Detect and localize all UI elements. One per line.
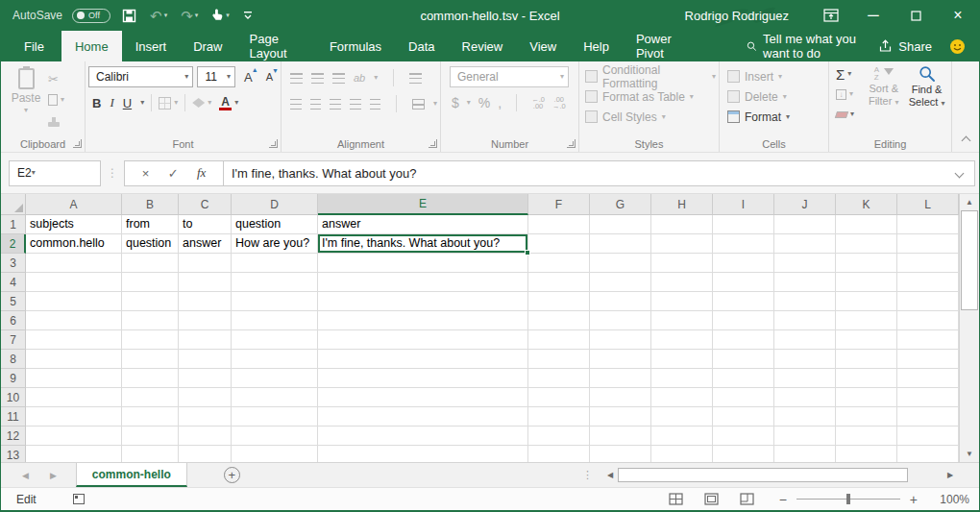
cell-K9[interactable] [836, 369, 897, 388]
cell-G7[interactable] [590, 330, 651, 350]
find-select-button[interactable]: Find &Select ▾ [905, 65, 948, 136]
cell-E1[interactable]: answer [318, 215, 528, 234]
cell-F6[interactable] [528, 311, 590, 330]
autosave-toggle[interactable]: Off [72, 9, 110, 23]
cell-D12[interactable] [232, 427, 318, 446]
bottom-align-button[interactable] [332, 73, 345, 84]
cell-J8[interactable] [774, 350, 836, 369]
cell-H4[interactable] [651, 273, 713, 292]
tab-review[interactable]: Review [449, 31, 517, 61]
cell-L4[interactable] [897, 273, 959, 292]
cell-K10[interactable] [836, 388, 897, 407]
tell-me-box[interactable]: Tell me what you want to do [747, 31, 879, 61]
cell-J2[interactable] [774, 234, 836, 254]
cell-B1[interactable]: from [122, 215, 179, 234]
row-header-6[interactable]: 6 [1, 311, 26, 330]
save-button[interactable] [120, 4, 138, 27]
cell-H8[interactable] [651, 350, 713, 369]
zoom-in-button[interactable]: + [910, 492, 918, 507]
column-header-L[interactable]: L [897, 194, 959, 215]
cell-I6[interactable] [713, 311, 774, 330]
insert-function-button[interactable]: fx [197, 165, 206, 181]
row-header-7[interactable]: 7 [1, 330, 26, 350]
cell-J3[interactable] [774, 254, 836, 273]
cell-L2[interactable] [897, 234, 959, 254]
previous-sheet-icon[interactable]: ◀ [22, 471, 29, 480]
cell-G6[interactable] [590, 311, 651, 330]
cell-C7[interactable] [179, 330, 232, 350]
cell-H1[interactable] [651, 215, 713, 234]
cell-J7[interactable] [774, 330, 836, 350]
cell-I3[interactable] [713, 254, 774, 273]
confirm-entry-button[interactable]: ✓ [168, 166, 179, 181]
zoom-out-button[interactable]: − [779, 492, 787, 507]
align-left-button[interactable] [290, 99, 302, 110]
column-header-F[interactable]: F [528, 194, 590, 215]
cell-K7[interactable] [836, 330, 897, 350]
cell-L7[interactable] [897, 330, 959, 350]
feedback-button[interactable] [949, 31, 966, 61]
cell-L13[interactable] [897, 446, 959, 462]
tab-scroll-divider-dots[interactable]: ⋮ [582, 469, 593, 481]
column-header-B[interactable]: B [122, 194, 179, 215]
cell-F13[interactable] [528, 446, 590, 462]
cell-D13[interactable] [232, 446, 318, 462]
redo-button[interactable]: ↷ ▾ [179, 4, 200, 27]
cell-J1[interactable] [774, 215, 836, 234]
cell-I5[interactable] [713, 292, 774, 311]
cell-B4[interactable] [122, 273, 179, 292]
select-all-corner[interactable] [1, 194, 26, 215]
cell-C5[interactable] [179, 292, 232, 311]
cell-F9[interactable] [528, 369, 590, 388]
cell-A13[interactable] [26, 446, 122, 462]
cell-C3[interactable] [179, 254, 232, 273]
cell-K4[interactable] [836, 273, 897, 292]
tab-view[interactable]: View [516, 31, 570, 61]
cell-G10[interactable] [590, 388, 651, 407]
font-color-button[interactable]: A [219, 96, 232, 110]
cell-E7[interactable] [318, 330, 528, 350]
center-button[interactable] [310, 99, 322, 110]
cell-C13[interactable] [179, 446, 232, 462]
cell-D4[interactable] [232, 273, 318, 292]
borders-button[interactable] [159, 97, 171, 110]
cell-J9[interactable] [774, 369, 836, 388]
cell-L5[interactable] [897, 292, 959, 311]
cell-A9[interactable] [26, 369, 122, 388]
format-cells-button[interactable]: Format ▾ [727, 107, 825, 127]
cell-J12[interactable] [774, 427, 836, 446]
row-header-11[interactable]: 11 [1, 407, 26, 427]
cell-I4[interactable] [713, 273, 774, 292]
cell-F1[interactable] [528, 215, 590, 234]
cell-G4[interactable] [590, 273, 651, 292]
tab-page-layout[interactable]: Page Layout [236, 31, 316, 61]
cell-G11[interactable] [590, 407, 651, 427]
cell-A5[interactable] [26, 292, 122, 311]
orientation-button[interactable]: ab [354, 72, 365, 84]
name-box[interactable]: E2 ▾ [9, 160, 101, 186]
minimize-button[interactable]: ─ [852, 0, 894, 31]
cell-E10[interactable] [318, 388, 528, 407]
cell-A11[interactable] [26, 407, 122, 427]
column-header-I[interactable]: I [713, 194, 774, 215]
column-header-K[interactable]: K [836, 194, 897, 215]
tab-insert[interactable]: Insert [122, 31, 181, 61]
cell-H13[interactable] [651, 446, 713, 462]
touch-mouse-mode-button[interactable]: ▾ [209, 4, 232, 27]
page-layout-view-icon[interactable] [704, 493, 719, 505]
cell-L11[interactable] [897, 407, 959, 427]
cell-I10[interactable] [713, 388, 774, 407]
undo-button[interactable]: ↶ ▾ [148, 4, 169, 27]
scroll-right-icon[interactable]: ▶ [943, 467, 958, 483]
cancel-entry-button[interactable]: × [142, 166, 150, 181]
close-button[interactable]: × [937, 0, 979, 31]
scroll-left-icon[interactable]: ◀ [602, 467, 618, 483]
cell-K1[interactable] [836, 215, 897, 234]
cell-styles-button[interactable]: Cell Styles ▾ [585, 107, 716, 127]
row-header-1[interactable]: 1 [1, 215, 26, 234]
zoom-slider[interactable] [796, 499, 900, 500]
cell-F4[interactable] [528, 273, 590, 292]
italic-button[interactable]: I [110, 95, 113, 110]
share-button[interactable]: Share [878, 31, 932, 61]
cell-A2[interactable]: common.hello [26, 234, 122, 254]
